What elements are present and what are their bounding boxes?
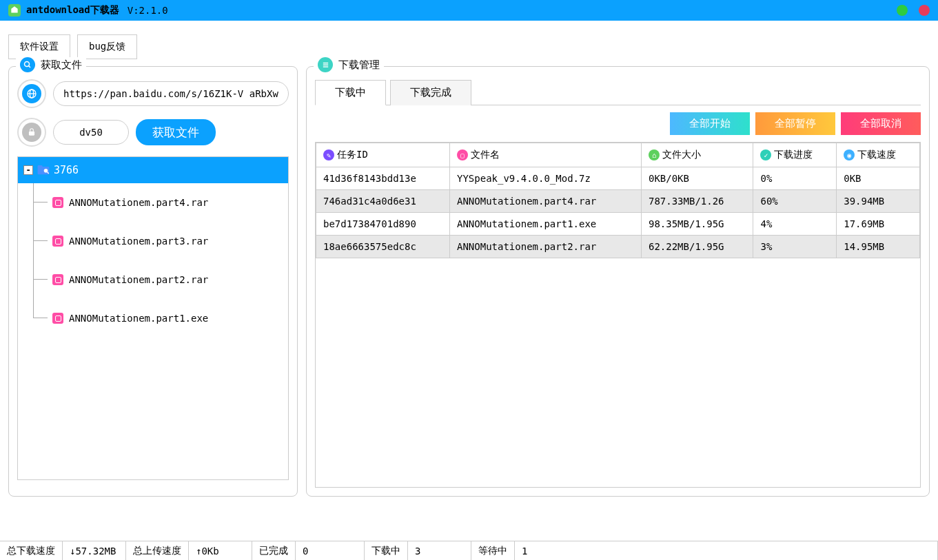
status-dl-speed-label: 总下载速度 (0, 541, 63, 560)
status-completed-label: 已完成 (252, 541, 296, 560)
table-cell: ANNOMutationem.part4.rar (450, 190, 642, 213)
svg-line-1 (29, 66, 31, 68)
table-cell: 14.95MB (837, 236, 920, 258)
minimize-button[interactable] (897, 5, 908, 16)
task-id-icon: ✎ (323, 149, 334, 160)
file-icon (52, 197, 63, 208)
file-tree[interactable]: - 3766 ANNOMutationem.part4.rarANNOMutat… (17, 156, 289, 480)
col-filename[interactable]: ▢文件名 (450, 143, 642, 167)
svg-rect-5 (29, 132, 34, 136)
status-waiting: 1 (515, 541, 938, 560)
start-all-button[interactable]: 全部开始 (670, 112, 750, 135)
tree-file-item[interactable]: ANNOMutationem.part1.exe (52, 299, 288, 338)
table-cell: 39.94MB (837, 190, 920, 213)
table-cell: 787.33MB/1.26 (641, 190, 753, 213)
table-cell: 0KB (837, 167, 920, 190)
download-panel-title: 下载管理 (338, 59, 380, 72)
table-cell: 746ad31c4a0d6e31 (316, 190, 450, 213)
status-downloading: 3 (408, 541, 471, 560)
collapse-icon[interactable]: - (23, 165, 33, 175)
close-button[interactable] (919, 5, 930, 16)
table-cell: 0% (753, 167, 837, 190)
filesize-icon: ⌂ (649, 149, 660, 160)
download-manager-panel: 下载管理 下载中 下载完成 全部开始 全部暂停 全部取消 ✎任务ID ▢文件名 … (306, 66, 930, 497)
tree-root-node[interactable]: - 3766 (18, 157, 288, 183)
table-row[interactable]: be7d17384701d890ANNOMutationem.part1.exe… (316, 213, 920, 236)
tab-downloading[interactable]: 下载中 (315, 80, 386, 105)
table-cell: 41d36f8143bdd13e (316, 167, 450, 190)
bug-feedback-button[interactable]: bug反馈 (77, 34, 137, 59)
table-cell: 17.69MB (837, 213, 920, 236)
globe-icon (17, 79, 46, 108)
toolbar: 软件设置 bug反馈 (0, 21, 938, 66)
file-icon (52, 236, 63, 247)
app-title: antdownload下载器 (26, 4, 119, 17)
table-cell: ANNOMutationem.part1.exe (450, 213, 642, 236)
svg-rect-10 (323, 62, 327, 63)
table-cell: 0KB/0KB (641, 167, 753, 190)
table-cell: 4% (753, 213, 837, 236)
tab-completed[interactable]: 下载完成 (390, 80, 471, 105)
app-version: V:2.1.0 (128, 5, 168, 16)
pause-all-button[interactable]: 全部暂停 (755, 112, 835, 135)
status-dl-speed: ↓57.32MB (63, 541, 126, 560)
col-speed[interactable]: ◉下载速度 (837, 143, 920, 167)
folder-icon (37, 165, 50, 175)
speed-icon: ◉ (844, 149, 855, 160)
svg-rect-11 (323, 64, 327, 65)
file-icon (52, 274, 63, 285)
table-row[interactable]: 18ae6663575edc8cANNOMutationem.part2.rar… (316, 236, 920, 258)
table-cell: 98.35MB/1.95G (641, 213, 753, 236)
tree-file-item[interactable]: ANNOMutationem.part3.rar (52, 222, 288, 260)
tree-file-label: ANNOMutationem.part4.rar (69, 197, 208, 208)
tree-file-item[interactable]: ANNOMutationem.part4.rar (52, 183, 288, 222)
table-cell: YYSpeak_v9.4.0.0_Mod.7z (450, 167, 642, 190)
svg-rect-7 (38, 165, 43, 168)
table-row[interactable]: 41d36f8143bdd13eYYSpeak_v9.4.0.0_Mod.7z0… (316, 167, 920, 190)
status-completed: 0 (296, 541, 365, 560)
table-row[interactable]: 746ad31c4a0d6e31ANNOMutationem.part4.rar… (316, 190, 920, 213)
search-icon (20, 57, 35, 72)
app-icon (8, 4, 21, 17)
table-cell: 18ae6663575edc8c (316, 236, 450, 258)
cancel-all-button[interactable]: 全部取消 (841, 112, 921, 135)
download-tabs: 下载中 下载完成 (315, 79, 921, 105)
status-downloading-label: 下载中 (365, 541, 408, 560)
fetch-file-panel: 获取文件 获取文件 - 3766 ANNOMutationem.part (8, 66, 298, 497)
progress-icon: ✓ (760, 149, 771, 160)
table-cell: 62.22MB/1.95G (641, 236, 753, 258)
table-cell: 60% (753, 190, 837, 213)
filename-icon: ▢ (457, 149, 468, 160)
settings-button[interactable]: 软件设置 (8, 34, 70, 59)
status-ul-speed-label: 总上传速度 (126, 541, 189, 560)
svg-point-8 (44, 169, 48, 173)
fetch-panel-title: 获取文件 (41, 59, 82, 72)
url-input[interactable] (53, 81, 289, 106)
list-icon (318, 57, 333, 72)
svg-point-0 (25, 62, 30, 67)
tree-root-label: 3766 (54, 164, 79, 176)
download-table-container[interactable]: ✎任务ID ▢文件名 ⌂文件大小 ✓下载进度 ◉下载速度 41d36f8143b… (315, 142, 921, 488)
download-table: ✎任务ID ▢文件名 ⌂文件大小 ✓下载进度 ◉下载速度 41d36f8143b… (316, 143, 920, 258)
table-cell: be7d17384701d890 (316, 213, 450, 236)
fetch-button[interactable]: 获取文件 (136, 119, 216, 145)
tree-file-label: ANNOMutationem.part2.rar (69, 274, 208, 285)
col-filesize[interactable]: ⌂文件大小 (641, 143, 753, 167)
lock-icon (17, 118, 46, 147)
password-input[interactable] (53, 120, 129, 145)
file-icon (52, 313, 63, 324)
col-task-id[interactable]: ✎任务ID (316, 143, 450, 167)
tree-file-label: ANNOMutationem.part1.exe (69, 313, 208, 324)
svg-rect-12 (323, 66, 327, 67)
titlebar: antdownload下载器 V:2.1.0 (0, 0, 938, 21)
tree-file-label: ANNOMutationem.part3.rar (69, 236, 208, 247)
status-waiting-label: 等待中 (471, 541, 515, 560)
table-cell: 3% (753, 236, 837, 258)
col-progress[interactable]: ✓下载进度 (753, 143, 837, 167)
status-bar: 总下载速度 ↓57.32MB 总上传速度 ↑0Kb 已完成 0 下载中 3 等待… (0, 541, 938, 560)
table-cell: ANNOMutationem.part2.rar (450, 236, 642, 258)
status-ul-speed: ↑0Kb (189, 541, 252, 560)
tree-file-item[interactable]: ANNOMutationem.part2.rar (52, 260, 288, 299)
